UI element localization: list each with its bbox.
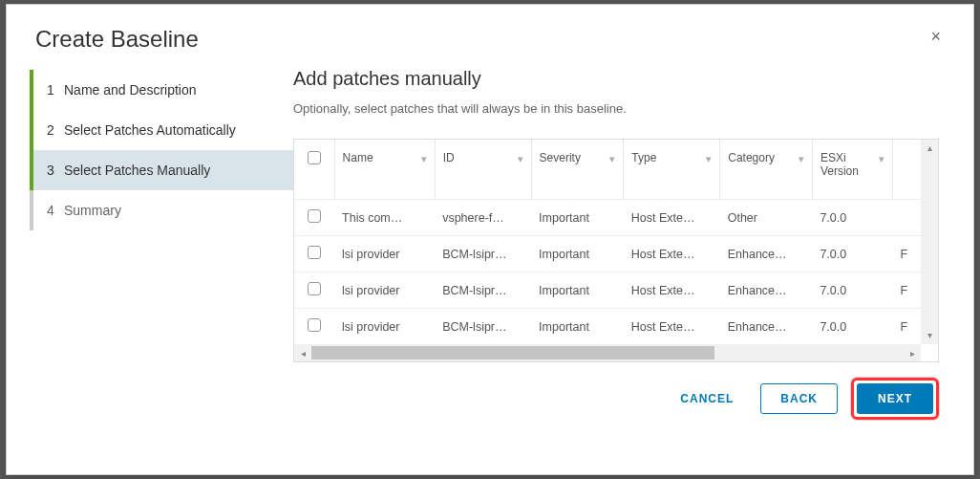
column-label: Type xyxy=(631,151,656,164)
cell-extra: F xyxy=(893,309,921,345)
column-header-esxi-version[interactable]: ESXi Version ▾ xyxy=(812,140,892,200)
patches-table: Name ▾ ID ▾ Severity ▾ xyxy=(294,140,921,344)
filter-icon[interactable]: ▾ xyxy=(421,153,427,165)
scroll-down-icon[interactable]: ▾ xyxy=(927,327,932,344)
next-button-highlight: NEXT xyxy=(851,378,939,420)
cell-type: Host Exte… xyxy=(624,236,720,272)
cancel-button[interactable]: CANCEL xyxy=(667,384,747,413)
horizontal-scrollbar[interactable]: ◂ ▸ xyxy=(294,344,921,361)
cell-esxi-version: 7.0.0 xyxy=(812,236,892,272)
row-checkbox[interactable] xyxy=(308,318,321,332)
section-title: Add patches manually xyxy=(293,68,939,90)
column-label: Category xyxy=(728,151,775,164)
wizard-step-number: 2 xyxy=(47,122,64,138)
table-row[interactable]: This com… vsphere-f… Important Host Exte… xyxy=(294,200,921,236)
modal-title: Create Baseline xyxy=(35,26,199,53)
scroll-track[interactable] xyxy=(311,344,904,361)
cell-extra xyxy=(893,200,921,236)
cell-esxi-version: 7.0.0 xyxy=(812,309,892,345)
cell-extra: F xyxy=(893,272,921,309)
back-button[interactable]: BACK xyxy=(760,383,838,414)
cell-name: lsi provider xyxy=(334,272,435,309)
cell-id: BCM-lsipr… xyxy=(435,309,531,345)
cell-name: lsi provider xyxy=(334,309,435,345)
scroll-right-icon[interactable]: ▸ xyxy=(904,348,921,359)
column-label: Name xyxy=(343,151,373,164)
cell-type: Host Exte… xyxy=(624,200,720,236)
create-baseline-modal: Create Baseline × 1 Name and Description… xyxy=(6,4,974,475)
wizard-step-label: Name and Description xyxy=(64,82,197,98)
table-row[interactable]: lsi provider BCM-lsipr… Important Host E… xyxy=(294,236,921,272)
modal-body: 1 Name and Description 2 Select Patches … xyxy=(7,64,973,474)
row-checkbox[interactable] xyxy=(308,209,321,223)
modal-header: Create Baseline × xyxy=(7,5,973,64)
cell-id: BCM-lsipr… xyxy=(435,236,531,272)
wizard-step-label: Summary xyxy=(64,203,121,218)
table-row[interactable]: lsi provider BCM-lsipr… Important Host E… xyxy=(294,272,921,309)
cell-type: Host Exte… xyxy=(624,309,720,345)
column-header-category[interactable]: Category ▾ xyxy=(720,140,813,200)
content-pane: Add patches manually Optionally, select … xyxy=(293,64,973,474)
wizard-step-number: 3 xyxy=(47,163,64,178)
wizard-nav: 1 Name and Description 2 Select Patches … xyxy=(7,64,293,474)
next-button[interactable]: NEXT xyxy=(857,383,933,414)
column-label: ESXi Version xyxy=(820,151,859,178)
wizard-step-name-description[interactable]: 1 Name and Description xyxy=(30,70,293,110)
cell-extra: F xyxy=(893,236,921,272)
cell-category: Enhance… xyxy=(720,272,813,309)
column-header-id[interactable]: ID ▾ xyxy=(435,140,531,200)
cell-severity: Important xyxy=(531,236,624,272)
cell-category: Other xyxy=(720,200,813,236)
select-all-header xyxy=(294,140,334,200)
row-checkbox[interactable] xyxy=(308,246,321,259)
column-label: Severity xyxy=(540,151,581,164)
modal-footer: CANCEL BACK NEXT xyxy=(293,362,966,437)
table-row[interactable]: lsi provider BCM-lsipr… Important Host E… xyxy=(294,309,921,345)
patches-table-container: Name ▾ ID ▾ Severity ▾ xyxy=(293,139,939,362)
table-wrap: Name ▾ ID ▾ Severity ▾ xyxy=(294,140,921,344)
row-checkbox[interactable] xyxy=(308,282,321,295)
section-subtitle: Optionally, select patches that will alw… xyxy=(293,101,939,116)
cell-id: BCM-lsipr… xyxy=(435,272,531,309)
wizard-step-summary[interactable]: 4 Summary xyxy=(30,190,293,230)
wizard-step-number: 4 xyxy=(47,203,64,218)
column-header-extra xyxy=(893,140,921,200)
cell-category: Enhance… xyxy=(720,309,813,345)
cell-name: lsi provider xyxy=(334,236,435,272)
scroll-thumb[interactable] xyxy=(311,346,714,359)
cell-category: Enhance… xyxy=(720,236,813,272)
content-inner: Add patches manually Optionally, select … xyxy=(293,64,966,362)
table-header-row: Name ▾ ID ▾ Severity ▾ xyxy=(294,140,921,200)
column-header-severity[interactable]: Severity ▾ xyxy=(531,140,624,200)
column-header-name[interactable]: Name ▾ xyxy=(334,140,435,200)
column-label: ID xyxy=(443,151,455,164)
wizard-step-label: Select Patches Automatically xyxy=(64,122,236,138)
wizard-step-label: Select Patches Manually xyxy=(64,163,210,178)
filter-icon[interactable]: ▾ xyxy=(879,153,884,165)
filter-icon[interactable]: ▾ xyxy=(609,153,615,165)
select-all-checkbox[interactable] xyxy=(308,151,321,164)
scroll-up-icon[interactable]: ▴ xyxy=(927,140,932,157)
cell-esxi-version: 7.0.0 xyxy=(812,200,892,236)
cell-severity: Important xyxy=(531,272,624,309)
scroll-left-icon[interactable]: ◂ xyxy=(294,348,311,359)
filter-icon[interactable]: ▾ xyxy=(799,153,804,165)
cell-severity: Important xyxy=(531,200,624,236)
close-icon[interactable]: × xyxy=(927,26,945,47)
cell-esxi-version: 7.0.0 xyxy=(812,272,892,309)
column-header-type[interactable]: Type ▾ xyxy=(624,140,720,200)
filter-icon[interactable]: ▾ xyxy=(706,153,712,165)
cell-severity: Important xyxy=(531,309,624,345)
cell-name: This com… xyxy=(334,200,435,236)
vertical-scrollbar[interactable]: ▴ ▾ xyxy=(921,140,938,344)
wizard-step-select-manual[interactable]: 3 Select Patches Manually xyxy=(30,150,293,190)
wizard-step-number: 1 xyxy=(47,82,64,98)
cell-type: Host Exte… xyxy=(624,272,720,309)
filter-icon[interactable]: ▾ xyxy=(518,153,523,165)
wizard-step-select-auto[interactable]: 2 Select Patches Automatically xyxy=(30,110,293,150)
cell-id: vsphere-f… xyxy=(435,200,531,236)
